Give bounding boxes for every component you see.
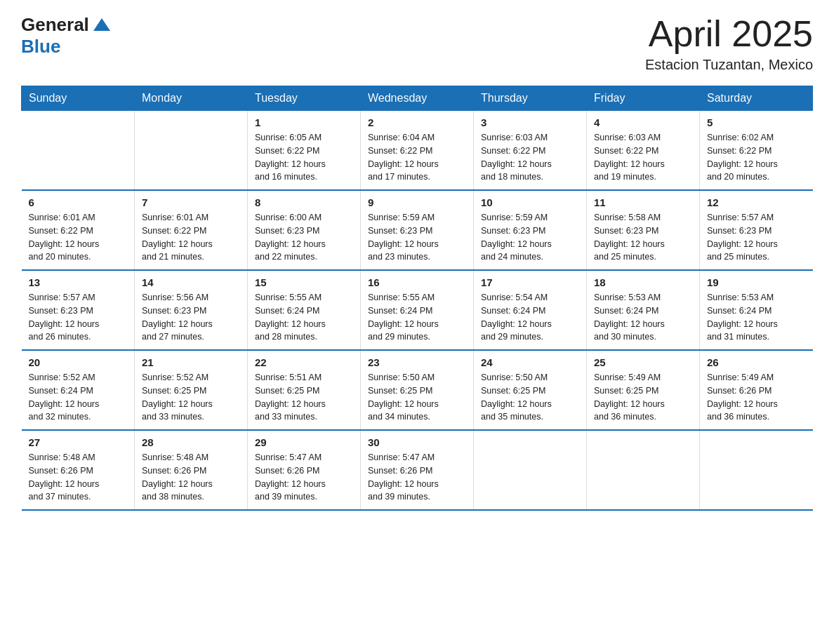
- day-number: 28: [142, 436, 240, 448]
- day-cell: 29Sunrise: 5:47 AMSunset: 6:26 PMDayligh…: [248, 430, 361, 510]
- month-title: April 2025: [645, 14, 813, 54]
- location-title: Estacion Tuzantan, Mexico: [645, 57, 813, 73]
- day-number: 26: [707, 356, 806, 368]
- day-cell: 25Sunrise: 5:49 AMSunset: 6:25 PMDayligh…: [587, 350, 700, 430]
- day-cell: 12Sunrise: 5:57 AMSunset: 6:23 PMDayligh…: [700, 190, 813, 270]
- day-number: 3: [481, 116, 579, 128]
- day-info: Sunrise: 6:03 AMSunset: 6:22 PMDaylight:…: [481, 131, 579, 184]
- day-cell: 26Sunrise: 5:49 AMSunset: 6:26 PMDayligh…: [700, 350, 813, 430]
- logo-general: General: [21, 14, 89, 36]
- day-number: 18: [594, 276, 692, 288]
- day-info: Sunrise: 5:52 AMSunset: 6:25 PMDaylight:…: [142, 371, 240, 424]
- day-info: Sunrise: 5:53 AMSunset: 6:24 PMDaylight:…: [707, 291, 806, 344]
- day-number: 25: [594, 356, 692, 368]
- day-cell: [700, 430, 813, 510]
- day-cell: 23Sunrise: 5:50 AMSunset: 6:25 PMDayligh…: [361, 350, 474, 430]
- day-info: Sunrise: 5:55 AMSunset: 6:24 PMDaylight:…: [255, 291, 353, 344]
- day-cell: 1Sunrise: 6:05 AMSunset: 6:22 PMDaylight…: [248, 111, 361, 191]
- day-info: Sunrise: 6:03 AMSunset: 6:22 PMDaylight:…: [594, 131, 692, 184]
- day-info: Sunrise: 5:50 AMSunset: 6:25 PMDaylight:…: [368, 371, 466, 424]
- day-info: Sunrise: 5:48 AMSunset: 6:26 PMDaylight:…: [142, 451, 240, 504]
- header-cell-tuesday: Tuesday: [248, 86, 361, 111]
- day-cell: 27Sunrise: 5:48 AMSunset: 6:26 PMDayligh…: [22, 430, 135, 510]
- day-number: 8: [255, 196, 353, 208]
- day-cell: 8Sunrise: 6:00 AMSunset: 6:23 PMDaylight…: [248, 190, 361, 270]
- day-info: Sunrise: 5:53 AMSunset: 6:24 PMDaylight:…: [594, 291, 692, 344]
- day-number: 9: [368, 196, 466, 208]
- day-cell: 4Sunrise: 6:03 AMSunset: 6:22 PMDaylight…: [587, 111, 700, 191]
- day-cell: [587, 430, 700, 510]
- day-info: Sunrise: 5:59 AMSunset: 6:23 PMDaylight:…: [481, 211, 579, 264]
- day-cell: 10Sunrise: 5:59 AMSunset: 6:23 PMDayligh…: [474, 190, 587, 270]
- day-info: Sunrise: 5:49 AMSunset: 6:26 PMDaylight:…: [707, 371, 806, 424]
- page-header: General Blue April 2025 Estacion Tuzanta…: [21, 14, 813, 73]
- day-cell: 11Sunrise: 5:58 AMSunset: 6:23 PMDayligh…: [587, 190, 700, 270]
- day-cell: 3Sunrise: 6:03 AMSunset: 6:22 PMDaylight…: [474, 111, 587, 191]
- week-row-1: 1Sunrise: 6:05 AMSunset: 6:22 PMDaylight…: [22, 111, 813, 191]
- day-cell: 5Sunrise: 6:02 AMSunset: 6:22 PMDaylight…: [700, 111, 813, 191]
- day-info: Sunrise: 6:02 AMSunset: 6:22 PMDaylight:…: [707, 131, 806, 184]
- day-cell: 17Sunrise: 5:54 AMSunset: 6:24 PMDayligh…: [474, 270, 587, 350]
- day-number: 1: [255, 116, 353, 128]
- calendar-table: SundayMondayTuesdayWednesdayThursdayFrid…: [21, 86, 813, 511]
- day-info: Sunrise: 5:55 AMSunset: 6:24 PMDaylight:…: [368, 291, 466, 344]
- day-number: 14: [142, 276, 240, 288]
- day-info: Sunrise: 6:05 AMSunset: 6:22 PMDaylight:…: [255, 131, 353, 184]
- logo: General Blue: [21, 14, 112, 58]
- day-info: Sunrise: 5:52 AMSunset: 6:24 PMDaylight:…: [29, 371, 128, 424]
- day-cell: 16Sunrise: 5:55 AMSunset: 6:24 PMDayligh…: [361, 270, 474, 350]
- day-cell: 9Sunrise: 5:59 AMSunset: 6:23 PMDaylight…: [361, 190, 474, 270]
- day-cell: 19Sunrise: 5:53 AMSunset: 6:24 PMDayligh…: [700, 270, 813, 350]
- day-number: 2: [368, 116, 466, 128]
- day-number: 13: [29, 276, 128, 288]
- day-info: Sunrise: 5:48 AMSunset: 6:26 PMDaylight:…: [29, 451, 128, 504]
- day-number: 29: [255, 436, 353, 448]
- day-number: 12: [707, 196, 806, 208]
- week-row-4: 20Sunrise: 5:52 AMSunset: 6:24 PMDayligh…: [22, 350, 813, 430]
- day-cell: 21Sunrise: 5:52 AMSunset: 6:25 PMDayligh…: [135, 350, 248, 430]
- day-number: 5: [707, 116, 806, 128]
- day-cell: 18Sunrise: 5:53 AMSunset: 6:24 PMDayligh…: [587, 270, 700, 350]
- day-info: Sunrise: 5:50 AMSunset: 6:25 PMDaylight:…: [481, 371, 579, 424]
- day-number: 19: [707, 276, 806, 288]
- day-number: 7: [142, 196, 240, 208]
- day-cell: 20Sunrise: 5:52 AMSunset: 6:24 PMDayligh…: [22, 350, 135, 430]
- day-cell: 14Sunrise: 5:56 AMSunset: 6:23 PMDayligh…: [135, 270, 248, 350]
- day-cell: 22Sunrise: 5:51 AMSunset: 6:25 PMDayligh…: [248, 350, 361, 430]
- day-info: Sunrise: 5:54 AMSunset: 6:24 PMDaylight:…: [481, 291, 579, 344]
- day-info: Sunrise: 5:57 AMSunset: 6:23 PMDaylight:…: [29, 291, 128, 344]
- day-number: 24: [481, 356, 579, 368]
- day-cell: [474, 430, 587, 510]
- day-info: Sunrise: 5:49 AMSunset: 6:25 PMDaylight:…: [594, 371, 692, 424]
- calendar-body: 1Sunrise: 6:05 AMSunset: 6:22 PMDaylight…: [22, 111, 813, 511]
- title-section: April 2025 Estacion Tuzantan, Mexico: [645, 14, 813, 73]
- day-cell: 30Sunrise: 5:47 AMSunset: 6:26 PMDayligh…: [361, 430, 474, 510]
- day-info: Sunrise: 6:01 AMSunset: 6:22 PMDaylight:…: [142, 211, 240, 264]
- day-number: 4: [594, 116, 692, 128]
- day-cell: 28Sunrise: 5:48 AMSunset: 6:26 PMDayligh…: [135, 430, 248, 510]
- header-cell-saturday: Saturday: [700, 86, 813, 111]
- day-number: 27: [29, 436, 128, 448]
- day-info: Sunrise: 5:47 AMSunset: 6:26 PMDaylight:…: [255, 451, 353, 504]
- day-cell: 24Sunrise: 5:50 AMSunset: 6:25 PMDayligh…: [474, 350, 587, 430]
- day-info: Sunrise: 5:57 AMSunset: 6:23 PMDaylight:…: [707, 211, 806, 264]
- header-cell-thursday: Thursday: [474, 86, 587, 111]
- logo-triangle-icon: [92, 17, 112, 32]
- header-cell-friday: Friday: [587, 86, 700, 111]
- day-info: Sunrise: 6:01 AMSunset: 6:22 PMDaylight:…: [29, 211, 128, 264]
- day-cell: [22, 111, 135, 191]
- day-cell: 15Sunrise: 5:55 AMSunset: 6:24 PMDayligh…: [248, 270, 361, 350]
- day-info: Sunrise: 5:59 AMSunset: 6:23 PMDaylight:…: [368, 211, 466, 264]
- calendar-header: SundayMondayTuesdayWednesdayThursdayFrid…: [22, 86, 813, 111]
- header-row: SundayMondayTuesdayWednesdayThursdayFrid…: [22, 86, 813, 111]
- week-row-5: 27Sunrise: 5:48 AMSunset: 6:26 PMDayligh…: [22, 430, 813, 510]
- day-number: 15: [255, 276, 353, 288]
- header-cell-wednesday: Wednesday: [361, 86, 474, 111]
- day-info: Sunrise: 6:04 AMSunset: 6:22 PMDaylight:…: [368, 131, 466, 184]
- day-number: 23: [368, 356, 466, 368]
- day-info: Sunrise: 5:47 AMSunset: 6:26 PMDaylight:…: [368, 451, 466, 504]
- day-number: 11: [594, 196, 692, 208]
- day-cell: 13Sunrise: 5:57 AMSunset: 6:23 PMDayligh…: [22, 270, 135, 350]
- week-row-3: 13Sunrise: 5:57 AMSunset: 6:23 PMDayligh…: [22, 270, 813, 350]
- week-row-2: 6Sunrise: 6:01 AMSunset: 6:22 PMDaylight…: [22, 190, 813, 270]
